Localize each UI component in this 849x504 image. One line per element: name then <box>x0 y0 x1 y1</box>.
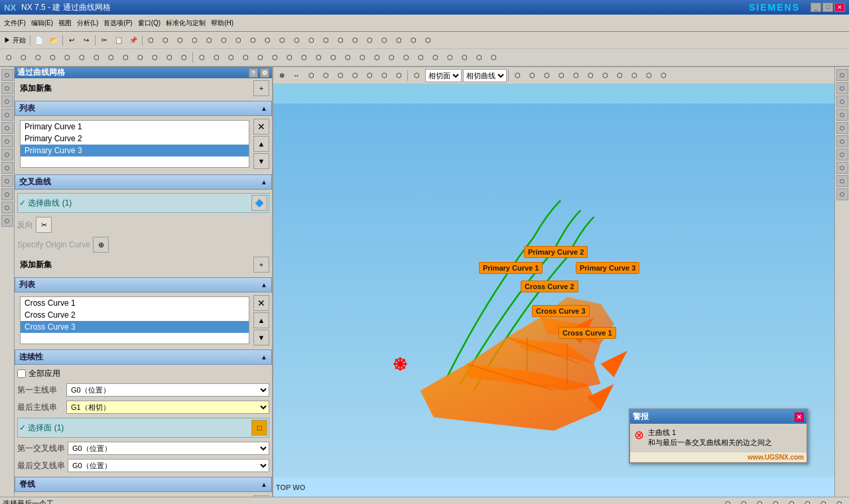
cross-list-item-1[interactable]: Cross Curve 1 <box>21 297 249 309</box>
tb2-view-ops6[interactable]: ⬡ <box>268 51 281 64</box>
tb-b2[interactable]: ⬡ <box>159 34 172 47</box>
tb2-b9[interactable]: ⬡ <box>119 51 132 64</box>
tangent-curve-select[interactable]: 相切曲线 <box>463 69 507 82</box>
tb2-view-ops20[interactable]: ⬡ <box>472 51 486 64</box>
tangent-face-select[interactable]: 相切面 <box>425 69 462 82</box>
tb-b9[interactable]: ⬡ <box>261 34 275 47</box>
tb-b3[interactable]: ⬡ <box>174 34 187 47</box>
right-icon-6[interactable]: ⬡ <box>836 135 848 147</box>
menu-window[interactable]: 窗口(Q) <box>136 17 163 30</box>
vt-b5[interactable]: ⬡ <box>348 69 361 82</box>
tb-b15[interactable]: ⬡ <box>349 34 362 47</box>
tb2-b6[interactable]: ⬡ <box>75 51 88 64</box>
primary-list-item-3[interactable]: Primary Curve 3 <box>21 145 249 157</box>
sidebar-icon-12[interactable]: ⬡ <box>1 215 13 227</box>
vt-b14[interactable]: ⬡ <box>584 69 597 82</box>
tb2-view-ops9[interactable]: ⬡ <box>312 51 325 64</box>
sidebar-icon-10[interactable]: ⬡ <box>1 188 13 200</box>
vt-b3[interactable]: ⬡ <box>319 69 332 82</box>
tb2-b11[interactable]: ⬡ <box>148 51 161 64</box>
vt-b13[interactable]: ⬡ <box>569 69 582 82</box>
tb2-view-ops8[interactable]: ⬡ <box>297 51 310 64</box>
tb-new[interactable]: 📄 <box>33 34 46 47</box>
vt-b9[interactable]: ⬡ <box>511 69 524 82</box>
tb2-view-ops11[interactable]: ⬡ <box>341 51 354 64</box>
menu-edit[interactable]: 编辑(E) <box>29 17 55 30</box>
cross-list-section-header[interactable]: 列表 ▲ <box>15 277 272 292</box>
sidebar-icon-9[interactable]: ⬡ <box>1 175 13 187</box>
sidebar-icon-3[interactable]: ⬡ <box>1 95 13 107</box>
menu-help[interactable]: 帮助(H) <box>209 17 235 30</box>
tb-b16[interactable]: ⬡ <box>363 34 377 47</box>
tb2-view-ops15[interactable]: ⬡ <box>399 51 413 64</box>
tb-b11[interactable]: ⬡ <box>291 34 304 47</box>
tb2-view-ops10[interactable]: ⬡ <box>326 51 340 64</box>
continuity-section-header[interactable]: 连续性 ▲ <box>15 349 272 365</box>
tb-b8[interactable]: ⬡ <box>247 34 260 47</box>
select-face-btn[interactable]: □ <box>251 420 267 436</box>
dialog-help-btn[interactable]: ? <box>249 68 258 78</box>
tb2-view-ops2[interactable]: ⬡ <box>210 51 223 64</box>
tb-start[interactable]: ▶ 开始 <box>2 34 28 47</box>
status-btn-6[interactable]: ⬡ <box>801 497 814 505</box>
vt-b2[interactable]: ⬡ <box>304 69 318 82</box>
tb2-view-ops13[interactable]: ⬡ <box>370 51 383 64</box>
first-cross-select[interactable]: G0（位置） G1（相切） <box>68 442 269 455</box>
spine-section-header[interactable]: 脊线 ▲ <box>15 477 272 492</box>
cross-down-btn[interactable]: ▼ <box>253 330 269 346</box>
primary-down-btn[interactable]: ▼ <box>253 153 269 169</box>
tb-b4[interactable]: ⬡ <box>188 34 202 47</box>
tb2-view-ops21[interactable]: ⬡ <box>487 51 500 64</box>
cross-curve-select-btn[interactable]: 🔷 <box>251 195 267 211</box>
minimize-btn[interactable]: _ <box>811 3 821 12</box>
spine-select-btn[interactable]: ∿ <box>253 495 269 497</box>
tb-b20[interactable]: ⬡ <box>422 34 435 47</box>
status-btn-3[interactable]: ⬡ <box>753 497 766 505</box>
right-icon-9[interactable]: ⬡ <box>836 175 848 187</box>
add-set-top-btn[interactable]: + <box>253 80 269 96</box>
reverse-btn[interactable]: ✂ <box>36 217 52 233</box>
tb2-view-ops5[interactable]: ⬡ <box>253 51 267 64</box>
vt-b11[interactable]: ⬡ <box>540 69 553 82</box>
vt-b16[interactable]: ⬡ <box>613 69 626 82</box>
tb2-view-ops18[interactable]: ⬡ <box>443 51 456 64</box>
tb-b12[interactable]: ⬡ <box>305 34 318 47</box>
vt-b18[interactable]: ⬡ <box>642 69 655 82</box>
tb-undo[interactable]: ↩ <box>65 34 78 47</box>
tb-b5[interactable]: ⬡ <box>203 34 216 47</box>
primary-list-item-1[interactable]: Primary Curve 1 <box>21 121 249 133</box>
vt-b17[interactable]: ⬡ <box>627 69 641 82</box>
status-btn-7[interactable]: ⬡ <box>816 497 830 505</box>
tb-copy[interactable]: 📋 <box>112 34 125 47</box>
primary-section-header[interactable]: 列表 ▲ <box>15 101 272 116</box>
menu-file[interactable]: 文件(F) <box>2 17 28 30</box>
status-btn-5[interactable]: ⬡ <box>785 497 798 505</box>
menu-standard[interactable]: 标准化与定制 <box>164 17 208 30</box>
sidebar-icon-2[interactable]: ⬡ <box>1 82 13 94</box>
cross-delete-btn[interactable]: ✕ <box>253 295 269 311</box>
tb2-b10[interactable]: ⬡ <box>133 51 147 64</box>
tb2-b8[interactable]: ⬡ <box>104 51 117 64</box>
right-icon-3[interactable]: ⬡ <box>836 95 848 107</box>
tb2-b2[interactable]: ⬡ <box>17 51 30 64</box>
cross-up-btn[interactable]: ▲ <box>253 312 269 328</box>
add-set-mid-btn[interactable]: + <box>253 257 269 273</box>
right-icon-2[interactable]: ⬡ <box>836 82 848 94</box>
tb2-view-ops4[interactable]: ⬡ <box>239 51 252 64</box>
warning-close-btn[interactable]: ✕ <box>795 412 804 422</box>
right-icon-10[interactable]: ⬡ <box>836 188 848 200</box>
apply-all-checkbox[interactable] <box>17 369 26 378</box>
vt-b10[interactable]: ⬡ <box>525 69 539 82</box>
vt-b15[interactable]: ⬡ <box>598 69 612 82</box>
tb-b18[interactable]: ⬡ <box>393 34 406 47</box>
tb2-b1[interactable]: ⬡ <box>2 51 15 64</box>
primary-list-item-2[interactable]: Primary Curve 2 <box>21 133 249 145</box>
cross-list-item-3[interactable]: Cross Curve 3 <box>21 321 249 333</box>
tb2-view-ops7[interactable]: ⬡ <box>283 51 296 64</box>
tb-open[interactable]: 📂 <box>47 34 60 47</box>
vt-view-orient[interactable]: ⬡ <box>410 69 423 82</box>
right-icon-1[interactable]: ⬡ <box>836 69 848 81</box>
last-cross-select[interactable]: G0（位置） G1（相切） <box>68 459 269 472</box>
first-main-select[interactable]: G0（位置） G1（相切） G2（曲率） <box>66 383 269 397</box>
cross-list-item-2[interactable]: Cross Curve 2 <box>21 309 249 321</box>
